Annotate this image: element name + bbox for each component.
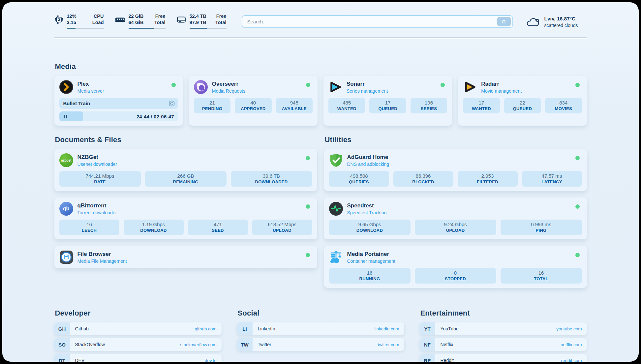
stat-tile-queued: 17 QUEUED xyxy=(369,98,406,113)
stat-label: RUNNING xyxy=(330,276,409,281)
stat-tile-total: 16 TOTAL xyxy=(501,268,582,284)
app-subtitle: Torrent downloader xyxy=(77,210,117,215)
ram-total-label: Total xyxy=(154,19,166,26)
bookmark-github[interactable]: GH Github github.com xyxy=(54,322,222,335)
app-name[interactable]: Sonarr xyxy=(347,81,388,87)
bookmark-url[interactable]: twitter.com xyxy=(378,342,399,347)
utilities-section-title: Utilities xyxy=(325,136,587,144)
stat-tile-download: 9.65 Gbps DOWNLOAD xyxy=(329,220,411,235)
session-icon[interactable] xyxy=(169,101,175,106)
app-card-filebrowser[interactable]: File Browser Media File Management xyxy=(54,246,317,268)
app-card-adguard[interactable]: AdGuard Home DNS and adblocking 498,508 … xyxy=(324,149,587,191)
app-card-portainer[interactable]: Media Portainer Container management 16 … xyxy=(324,246,587,288)
playback-progress-fill xyxy=(59,111,83,121)
stat-value: 498,508 xyxy=(330,173,388,179)
stat-label: LEECH xyxy=(61,228,118,233)
stat-tile-remaining: 266 GB REMAINING xyxy=(145,171,227,187)
stat-label: UPLOAD xyxy=(254,228,311,233)
app-name[interactable]: Media Portainer xyxy=(347,251,395,258)
stat-tile-series: 196 SERIES xyxy=(411,98,447,113)
stat-label: WANTED xyxy=(330,106,364,111)
app-card-qbittorrent[interactable]: qb qBittorrent Torrent downloader 16 LEE… xyxy=(54,197,317,239)
app-card-overseerr[interactable]: Overseerr Media Requests 21 PENDING 40 A… xyxy=(189,76,318,126)
app-card-speedtest[interactable]: Speedtest Speedtest Tracking 9.65 Gbps D… xyxy=(324,197,587,239)
social-section-title: Social xyxy=(238,309,404,318)
status-online-dot xyxy=(306,204,310,209)
stat-label: QUEUED xyxy=(505,106,539,111)
bookmark-stackoverflow[interactable]: SO StackOverflow stackoverflow.com xyxy=(54,338,222,351)
stat-tile-blocked: 86,396 BLOCKED xyxy=(393,171,453,187)
stat-value: 16 xyxy=(61,222,118,227)
bookmark-linkedin[interactable]: LI LinkedIn linkedin.com xyxy=(237,322,404,335)
stat-tile-seed: 471 SEED xyxy=(188,220,248,235)
app-name[interactable]: Overseerr xyxy=(212,81,245,87)
stat-value: 2,953 xyxy=(459,173,516,179)
app-subtitle: Container management xyxy=(347,258,395,264)
bookmark-abbr: DT xyxy=(54,354,70,362)
disk-widget: 52.4 TBFree 97.9 TBTotal xyxy=(177,13,227,29)
stat-value: 485 xyxy=(330,100,364,106)
status-online-dot xyxy=(575,253,580,257)
stat-label: RATE xyxy=(61,179,139,184)
bookmark-url[interactable]: github.com xyxy=(195,326,216,331)
app-subtitle: Speedtest Tracking xyxy=(347,210,387,215)
stat-value: 834 xyxy=(546,100,580,106)
stat-value: 16 xyxy=(502,270,581,276)
app-name[interactable]: AdGuard Home xyxy=(347,154,389,161)
developer-section-title: Developer xyxy=(55,309,222,318)
weather-condition: scattered clouds xyxy=(544,23,578,28)
search-bar[interactable]: G xyxy=(242,15,513,28)
app-name[interactable]: File Browser xyxy=(77,251,127,258)
stat-tile-movies: 834 MOVIES xyxy=(545,98,582,113)
app-name[interactable]: Plex xyxy=(77,81,104,87)
stat-label: DOWNLOAD xyxy=(330,228,409,233)
bookmark-name: Reddit xyxy=(441,358,561,362)
cloud-icon xyxy=(526,16,540,28)
stat-label: DOWNLOADED xyxy=(232,179,311,184)
ram-progressbar xyxy=(129,28,166,29)
app-card-nzbget[interactable]: nzbget NZBGet Usenet downloader 744.21 M… xyxy=(54,149,317,191)
stat-label: SEED xyxy=(189,228,247,233)
bookmark-url[interactable]: linkedin.com xyxy=(374,326,399,331)
pause-icon[interactable] xyxy=(64,115,67,118)
bookmark-abbr: YT xyxy=(420,322,435,335)
bookmark-url[interactable]: dev.to xyxy=(205,358,217,362)
app-name[interactable]: Radarr xyxy=(481,81,522,87)
bookmark-reddit[interactable]: RE Reddit reddit.com xyxy=(420,354,587,362)
app-name[interactable]: qBittorrent xyxy=(77,202,117,209)
app-card-sonarr[interactable]: Sonarr Series management 485 WANTED 17 Q… xyxy=(323,76,452,126)
app-subtitle: Movie management xyxy=(481,88,522,94)
bookmark-url[interactable]: youtube.com xyxy=(556,326,582,331)
ram-free-value: 22 GiB xyxy=(129,13,144,19)
bookmark-youtube[interactable]: YT YouTube youtube.com xyxy=(420,322,587,335)
filebrowser-icon xyxy=(59,250,73,264)
cpu-load-value: 3.15 xyxy=(67,19,76,26)
portainer-icon xyxy=(329,250,343,264)
weather-widget: Lviv, 16.87°C scattered clouds xyxy=(526,16,587,28)
app-subtitle: DNS and adblocking xyxy=(347,162,389,167)
stat-tile-filtered: 2,953 FILTERED xyxy=(458,171,518,187)
stat-tile-upload: 618.52 Mbps UPLOAD xyxy=(252,220,312,235)
app-name[interactable]: NZBGet xyxy=(77,154,117,161)
search-input[interactable] xyxy=(247,19,497,24)
search-provider-button[interactable]: G xyxy=(497,17,511,26)
documents-section-title: Documents & Files xyxy=(55,136,317,144)
cpu-label: CPU xyxy=(94,13,104,19)
ram-icon xyxy=(115,15,125,24)
stat-label: PENDING xyxy=(195,106,229,111)
stat-label: SERIES xyxy=(412,106,446,111)
bookmark-netflix[interactable]: NF Netflix netflix.com xyxy=(420,338,587,351)
app-card-radarr[interactable]: Radarr Movie management 17 WANTED 22 QUE… xyxy=(458,76,587,126)
bookmark-abbr: NF xyxy=(420,338,435,351)
stat-label: REMAINING xyxy=(146,179,225,184)
bookmark-url[interactable]: netflix.com xyxy=(561,342,582,347)
app-name[interactable]: Speedtest xyxy=(347,202,387,209)
bookmark-url[interactable]: reddit.com xyxy=(561,358,582,362)
bookmark-url[interactable]: stackoverflow.com xyxy=(180,342,216,347)
stat-value: 196 xyxy=(412,100,446,106)
app-card-plex[interactable]: Plex Media server Bullet Train 24:44 / 0… xyxy=(54,76,183,126)
bookmark-twitter[interactable]: TW Twitter twitter.com xyxy=(237,338,404,351)
playback-progressbar[interactable]: 24:44 / 02:06:47 xyxy=(59,111,178,121)
dashboard-content: 12%CPU 3.15Load 22 GiBFree 64 GiBTotal xyxy=(54,2,587,362)
bookmark-dev[interactable]: DT DEV dev.to xyxy=(54,354,222,362)
